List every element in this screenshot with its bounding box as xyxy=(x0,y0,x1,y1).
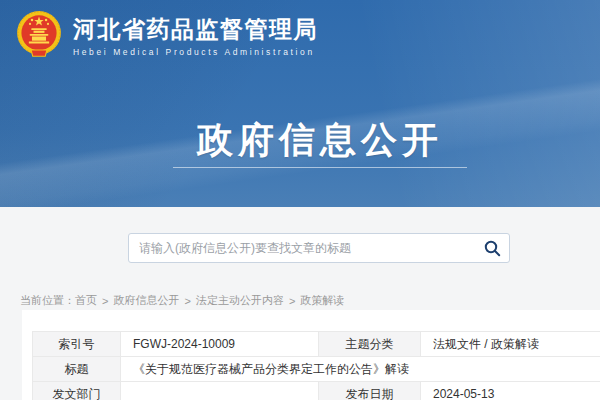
topic-category-label: 主题分类 xyxy=(319,332,421,357)
hero-banner: 河北省药品监督管理局 Hebei Medical Products Admini… xyxy=(0,0,600,207)
search-input[interactable] xyxy=(129,234,475,262)
breadcrumb-separator: > xyxy=(102,295,108,307)
table-row: 标题 《关于规范医疗器械产品分类界定工作的公告》解读 xyxy=(33,357,600,382)
content-section: 当前位置： 首页 > 政府信息公开 > 法定主动公开内容 > 政策解读 索引号 … xyxy=(0,207,600,400)
banner-divider xyxy=(173,167,467,168)
breadcrumb-item-policy-interpretation: 政策解读 xyxy=(300,293,344,308)
topic-category-value: 法规文件 / 政策解读 xyxy=(421,332,600,357)
issuing-department-label: 发文部门 xyxy=(33,382,121,400)
breadcrumb-item-statutory-disclosure[interactable]: 法定主动公开内容 xyxy=(196,293,284,308)
breadcrumb-separator: > xyxy=(289,295,295,307)
page-title: 政府信息公开 xyxy=(197,116,443,165)
breadcrumb-item-info-disclosure[interactable]: 政府信息公开 xyxy=(113,293,179,308)
search-bar xyxy=(128,233,510,263)
article-meta-card: 索引号 FGWJ-2024-10009 主题分类 法规文件 / 政策解读 标题 … xyxy=(22,310,600,400)
search-icon xyxy=(484,240,501,257)
index-number-value: FGWJ-2024-10009 xyxy=(121,332,319,357)
issuing-department-value xyxy=(121,382,319,400)
site-header: 河北省药品监督管理局 Hebei Medical Products Admini… xyxy=(14,8,318,64)
article-meta-table: 索引号 FGWJ-2024-10009 主题分类 法规文件 / 政策解读 标题 … xyxy=(32,331,600,400)
agency-name-cn: 河北省药品监督管理局 xyxy=(73,15,318,44)
title-value: 《关于规范医疗器械产品分类界定工作的公告》解读 xyxy=(121,357,600,382)
title-label: 标题 xyxy=(33,357,121,382)
national-emblem-logo xyxy=(14,8,64,64)
search-button[interactable] xyxy=(475,234,509,262)
breadcrumb: 当前位置： 首页 > 政府信息公开 > 法定主动公开内容 > 政策解读 xyxy=(20,293,344,308)
agency-name-en: Hebei Medical Products Administration xyxy=(73,47,318,57)
table-row: 索引号 FGWJ-2024-10009 主题分类 法规文件 / 政策解读 xyxy=(33,332,600,357)
publish-date-label: 发布日期 xyxy=(319,382,421,400)
breadcrumb-item-home[interactable]: 首页 xyxy=(75,293,97,308)
breadcrumb-prefix: 当前位置： xyxy=(20,293,75,308)
breadcrumb-separator: > xyxy=(184,295,190,307)
index-number-label: 索引号 xyxy=(33,332,121,357)
publish-date-value: 2024-05-13 xyxy=(421,382,600,400)
agency-name-block: 河北省药品监督管理局 Hebei Medical Products Admini… xyxy=(73,15,318,57)
table-row: 发文部门 发布日期 2024-05-13 xyxy=(33,382,600,400)
